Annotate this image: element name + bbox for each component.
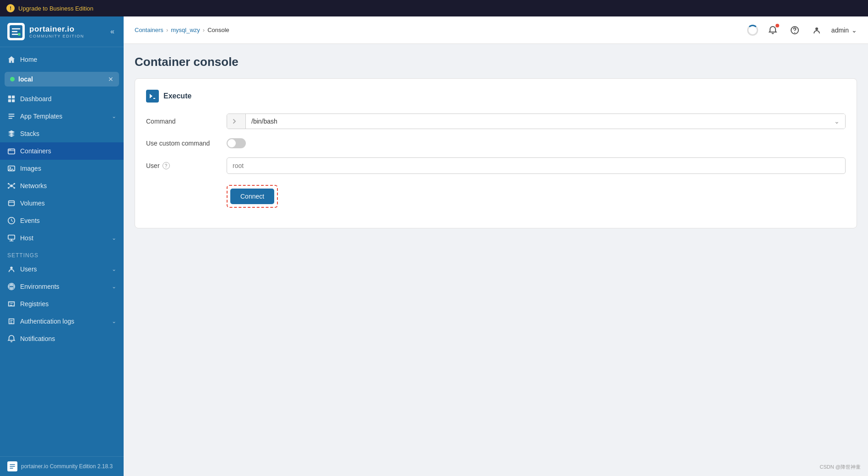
username-label: admin <box>831 27 849 34</box>
svg-point-23 <box>10 267 12 269</box>
svg-rect-3 <box>12 96 15 98</box>
svg-point-13 <box>14 183 16 185</box>
upgrade-bar[interactable]: ! Upgrade to Business Edition <box>0 0 868 16</box>
upgrade-label: Upgrade to Business Edition <box>18 5 93 12</box>
user-input[interactable] <box>227 157 846 174</box>
sidebar-logo-area: portainer.io COMMUNITY EDITION « <box>0 16 124 47</box>
env-name: local <box>18 76 33 83</box>
svg-point-8 <box>10 149 11 150</box>
user-label: User ? <box>146 162 219 169</box>
env-status-dot <box>10 77 15 81</box>
top-header: Containers › mysql_wzy › Console <box>124 16 868 44</box>
svg-rect-4 <box>8 99 11 102</box>
user-field <box>227 157 846 174</box>
auth-logs-chevron: ⌄ <box>112 318 116 325</box>
sidebar-footer: portainer.io Community Edition 2.18.3 <box>0 456 124 476</box>
sidebar-item-events[interactable]: Events <box>0 212 124 229</box>
sidebar-item-notifications-label: Notifications <box>20 335 55 342</box>
upgrade-icon: ! <box>6 4 15 12</box>
svg-point-15 <box>14 187 16 189</box>
svg-rect-22 <box>8 235 15 239</box>
help-button[interactable] <box>787 23 802 38</box>
svg-point-26 <box>815 27 818 30</box>
settings-section-label: Settings <box>0 247 124 260</box>
sidebar-item-host-label: Host <box>20 234 33 242</box>
custom-command-row: Use custom command <box>146 138 846 148</box>
section-title: Execute <box>163 92 191 100</box>
sidebar-item-volumes-label: Volumes <box>20 200 45 207</box>
header-actions: admin ⌄ <box>747 23 857 38</box>
command-select[interactable]: /bin/bash /bin/sh /bin/ash <box>246 114 829 129</box>
user-menu-chevron: ⌄ <box>852 27 857 34</box>
select-arrow-icon: ⌄ <box>829 114 845 129</box>
connect-button[interactable]: Connect <box>230 189 274 204</box>
sidebar-item-registries[interactable]: Registries <box>0 295 124 313</box>
logo-name: portainer.io <box>29 25 84 34</box>
page-content: Container console Execute Command <box>124 44 868 476</box>
svg-point-1 <box>18 33 21 36</box>
env-section: local ✕ <box>5 72 119 87</box>
command-select-wrapper: /bin/bash /bin/sh /bin/ash ⌄ <box>227 114 846 129</box>
sidebar-item-networks[interactable]: Networks <box>0 177 124 195</box>
custom-command-label: Use custom command <box>146 140 219 147</box>
sidebar-item-registries-label: Registries <box>20 300 49 308</box>
svg-rect-5 <box>12 99 15 102</box>
main-content: Containers › mysql_wzy › Console <box>124 16 868 476</box>
breadcrumb-containers[interactable]: Containers <box>135 27 163 33</box>
svg-point-25 <box>794 32 795 33</box>
command-field: /bin/bash /bin/sh /bin/ash ⌄ <box>227 114 846 129</box>
users-chevron: ⌄ <box>112 266 116 272</box>
sidebar-item-environments-label: Environments <box>20 283 60 290</box>
sidebar-item-containers[interactable]: Containers <box>0 142 124 160</box>
sidebar-item-notifications[interactable]: Notifications <box>0 330 124 347</box>
execute-icon <box>146 90 159 103</box>
svg-point-7 <box>9 149 10 150</box>
user-help-icon[interactable]: ? <box>163 162 170 169</box>
environments-chevron: ⌄ <box>112 283 116 290</box>
footer-version-text: portainer.io Community Edition 2.18.3 <box>21 463 113 470</box>
page-title: Container console <box>135 55 857 69</box>
breadcrumb-current: Console <box>207 27 229 33</box>
host-chevron: ⌄ <box>112 235 116 241</box>
svg-line-19 <box>13 186 14 188</box>
loading-spinner <box>747 25 758 36</box>
sidebar-nav: Home local ✕ Dashboard App Templates ⌄ <box>0 47 124 456</box>
sidebar-item-auth-logs-label: Authentication logs <box>20 318 74 325</box>
svg-point-11 <box>10 184 12 187</box>
sidebar-item-dashboard[interactable]: Dashboard <box>0 90 124 108</box>
svg-point-12 <box>8 183 10 185</box>
sidebar-item-stacks-label: Stacks <box>20 130 39 137</box>
sidebar-item-app-templates[interactable]: App Templates ⌄ <box>0 108 124 125</box>
notification-badge <box>776 24 779 27</box>
notifications-button[interactable] <box>765 23 780 38</box>
sidebar-item-environments[interactable]: Environments ⌄ <box>0 278 124 295</box>
user-row: User ? <box>146 157 846 174</box>
sidebar-item-auth-logs[interactable]: Authentication logs ⌄ <box>0 313 124 330</box>
sidebar-item-events-label: Events <box>20 217 40 224</box>
svg-point-10 <box>10 167 11 169</box>
svg-line-17 <box>13 184 14 185</box>
sidebar-item-stacks[interactable]: Stacks <box>0 125 124 142</box>
svg-rect-20 <box>9 201 15 206</box>
sidebar-item-containers-label: Containers <box>20 147 51 155</box>
svg-point-14 <box>8 187 10 189</box>
sidebar-item-dashboard-label: Dashboard <box>20 95 52 103</box>
breadcrumb-mysql[interactable]: mysql_wzy <box>171 27 200 33</box>
app-templates-chevron: ⌄ <box>112 113 116 119</box>
svg-line-16 <box>10 184 11 185</box>
sidebar-item-images[interactable]: Images <box>0 160 124 177</box>
footer-logo-icon <box>7 461 17 471</box>
env-close-button[interactable]: ✕ <box>108 76 114 83</box>
custom-command-toggle[interactable] <box>227 138 246 148</box>
section-header: Execute <box>146 90 846 103</box>
sidebar-item-users[interactable]: Users ⌄ <box>0 260 124 278</box>
sidebar-item-home[interactable]: Home <box>0 51 124 68</box>
user-menu[interactable]: admin ⌄ <box>831 27 857 34</box>
sidebar-item-networks-label: Networks <box>20 182 47 189</box>
sidebar-item-volumes[interactable]: Volumes <box>0 195 124 212</box>
user-profile-button[interactable] <box>809 23 824 38</box>
sidebar-item-host[interactable]: Host ⌄ <box>0 229 124 247</box>
sidebar-collapse-button[interactable]: « <box>108 26 116 38</box>
sidebar-item-home-label: Home <box>20 56 37 63</box>
sidebar-item-users-label: Users <box>20 265 37 273</box>
